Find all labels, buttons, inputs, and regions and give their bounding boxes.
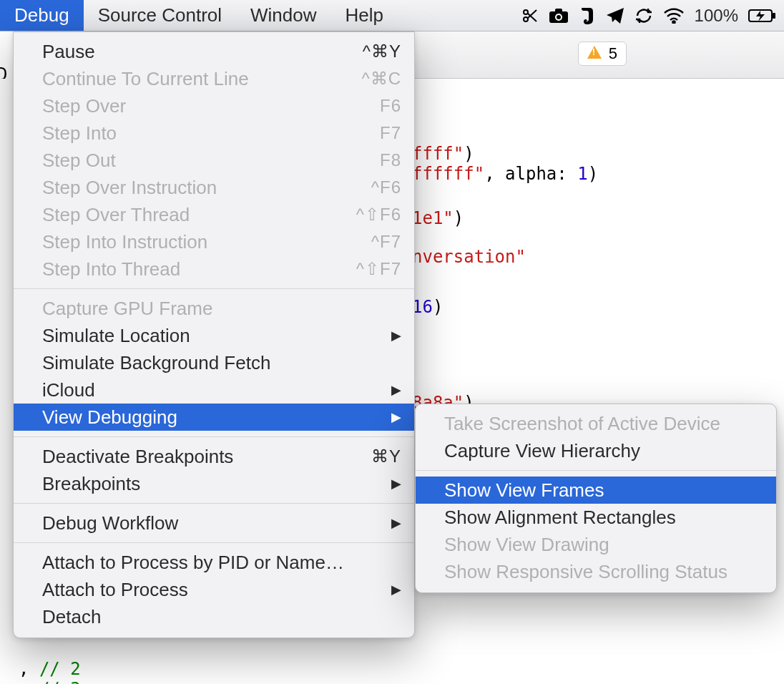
menu-item-step-into-instruction: Step Into Instruction^F7 [14,228,414,255]
submenu-item-show-alignment-rectangles[interactable]: Show Alignment Rectangles [416,504,776,531]
menu-item-label: Step Into Thread [42,258,348,280]
menu-item-label: iCloud [42,379,374,401]
menu-item-label: Pause [42,41,354,63]
menu-source-control[interactable]: Source Control [84,0,236,31]
menu-item-step-over-thread: Step Over Thread^⇧F6 [14,201,414,228]
submenu-arrow-icon: ▶ [391,409,401,425]
menu-help[interactable]: Help [331,0,398,31]
menu-shortcut: F7 [380,123,401,143]
submenu-arrow-icon: ▶ [391,328,401,343]
submenu-item-show-view-drawing: Show View Drawing [416,531,776,558]
menu-separator [14,436,414,437]
telegram-icon[interactable] [606,7,624,24]
menu-item-capture-gpu-frame: Capture GPU Frame [14,295,414,322]
menu-item-label: Capture GPU Frame [42,298,401,320]
menu-shortcut: ^F7 [371,232,401,252]
menu-item-continue-to-current-line: Continue To Current Line^⌘C [14,65,414,92]
code-line: ffffff", alpha: 1) [412,160,598,187]
menu-item-label: Step Over Thread [42,204,348,226]
menu-item-deactivate-breakpoints[interactable]: Deactivate Breakpoints⌘Y [14,443,414,470]
battery-percent: 100% [695,6,738,26]
menu-shortcut: ^⇧F6 [356,205,401,225]
menu-item-view-debugging[interactable]: View Debugging▶ [14,404,414,431]
submenu-item-take-screenshot-of-active-device: Take Screenshot of Active Device [416,410,776,437]
menu-item-icloud[interactable]: iCloud▶ [14,376,414,404]
issues-indicator[interactable]: 5 [578,41,627,66]
warning-icon [587,44,602,63]
menubar: Debug Source Control Window Help 100% [0,0,784,31]
menu-item-step-out: Step OutF8 [14,147,414,174]
code-line: 16) [412,293,443,321]
submenu-arrow-icon: ▶ [391,515,401,531]
menu-item-label: Step Into [42,122,371,145]
menu-window[interactable]: Window [236,0,330,31]
menu-separator [14,542,414,543]
code-line: 1e1") [412,205,464,232]
submenu-arrow-icon: ▶ [391,582,401,597]
code-line: nversation" [412,243,526,270]
issues-count: 5 [609,44,617,63]
menu-item-debug-workflow[interactable]: Debug Workflow▶ [14,509,414,537]
code-line: , // 3 [19,675,81,684]
menu-item-breakpoints[interactable]: Breakpoints▶ [14,470,414,497]
menu-shortcut: ⌘Y [371,446,401,466]
menu-separator [416,470,776,471]
menu-item-label: Breakpoints [42,473,374,495]
evernote-icon[interactable] [579,6,596,25]
menu-item-label: Deactivate Breakpoints [42,446,363,468]
menu-item-label: Show Alignment Rectangles [444,507,763,529]
submenu-item-show-responsive-scrolling-status: Show Responsive Scrolling Status [416,558,776,585]
menu-item-label: Simulate Background Fetch [42,352,401,374]
menu-item-label: Attach to Process [42,579,374,601]
submenu-item-capture-view-hierarchy[interactable]: Capture View Hierarchy [416,437,776,464]
menu-debug[interactable]: Debug [0,0,84,31]
menu-item-step-over-instruction: Step Over Instruction^F6 [14,174,414,201]
menu-item-label: Step Over Instruction [42,177,363,199]
battery-icon[interactable] [748,9,777,23]
menu-item-attach-to-process[interactable]: Attach to Process▶ [14,576,414,603]
menu-item-label: Debug Workflow [42,512,374,534]
menu-shortcut: ^⌘Y [363,41,401,62]
svg-rect-3 [555,9,562,13]
debug-menu: Pause^⌘YContinue To Current Line^⌘CStep … [13,31,415,638]
menu-item-label: Continue To Current Line [42,68,353,90]
wifi-icon[interactable] [663,8,685,24]
sync-icon[interactable] [634,6,653,25]
menu-item-label: Show View Drawing [444,534,763,556]
menu-item-simulate-location[interactable]: Simulate Location▶ [14,322,414,349]
menu-item-label: Step Out [42,150,371,172]
submenu-item-show-view-frames[interactable]: Show View Frames [416,477,776,504]
menu-item-label: Capture View Hierarchy [444,440,763,462]
menu-item-pause[interactable]: Pause^⌘Y [14,38,414,65]
menu-item-label: Show View Frames [444,479,763,502]
menu-item-label: Show Responsive Scrolling Status [444,561,763,583]
camera-icon[interactable] [549,8,569,24]
menu-item-detach[interactable]: Detach [14,603,414,630]
menu-separator [14,503,414,504]
menu-shortcut: ^⌘C [361,69,401,89]
view-debugging-submenu: Take Screenshot of Active DeviceCapture … [415,404,777,593]
menu-item-label: View Debugging [42,406,374,429]
menu-item-simulate-background-fetch[interactable]: Simulate Background Fetch [14,349,414,376]
submenu-arrow-icon: ▶ [391,382,401,398]
menu-shortcut: F8 [380,150,401,170]
menu-item-attach-to-process-by-pid-or-name[interactable]: Attach to Process by PID or Name… [14,549,414,576]
menu-item-label: Take Screenshot of Active Device [444,413,763,435]
menu-item-label: Step Over [42,95,371,117]
menu-item-label: Simulate Location [42,325,374,347]
menu-item-step-into: Step IntoF7 [14,119,414,147]
menubar-status: 100% [521,0,784,31]
svg-point-6 [672,21,675,23]
menu-shortcut: ^F6 [371,177,401,197]
svg-rect-8 [773,13,775,19]
menu-item-label: Step Into Instruction [42,231,363,253]
menu-item-step-into-thread: Step Into Thread^⇧F7 [14,255,414,283]
menu-separator [14,288,414,289]
submenu-arrow-icon: ▶ [391,476,401,492]
scissors-icon[interactable] [521,7,539,24]
menu-item-label: Detach [42,606,401,628]
svg-point-5 [557,15,561,19]
menu-item-step-over: Step OverF6 [14,92,414,119]
menu-shortcut: ^⇧F7 [356,259,401,279]
menu-item-label: Attach to Process by PID or Name… [42,552,401,574]
